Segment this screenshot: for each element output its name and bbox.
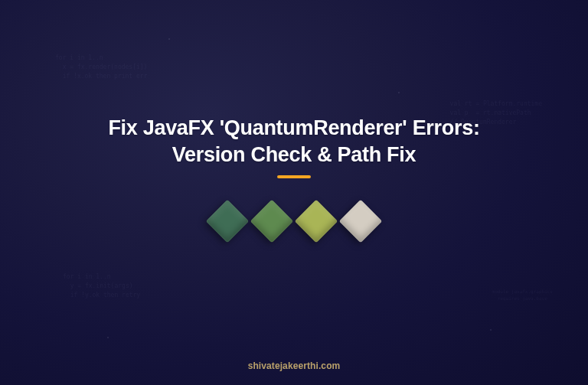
tile-2 bbox=[250, 200, 294, 243]
footer-domain: shivatejakeerthi.com bbox=[0, 361, 588, 371]
bg-code-4: module javafx.graphics requires java.bas… bbox=[492, 288, 553, 302]
speck bbox=[490, 329, 492, 331]
speck bbox=[107, 337, 109, 338]
tile-4 bbox=[339, 200, 383, 243]
bg-code-1: for i in 1..n x = fx.render(nodes[i]) if… bbox=[55, 54, 147, 81]
speck bbox=[168, 38, 170, 40]
hero: Fix JavaFX 'QuantumRenderer' Errors: Ver… bbox=[0, 115, 588, 237]
tile-row bbox=[212, 206, 376, 237]
speck bbox=[398, 92, 400, 93]
title-line-1: Fix JavaFX 'QuantumRenderer' Errors: bbox=[108, 116, 479, 139]
title-line-2: Version Check & Path Fix bbox=[172, 143, 416, 166]
title-underline bbox=[277, 175, 311, 178]
tile-3 bbox=[295, 200, 338, 243]
page-title: Fix JavaFX 'QuantumRenderer' Errors: Ver… bbox=[108, 115, 479, 168]
tile-1 bbox=[206, 200, 250, 243]
bg-code-3: for i in 1..n y = fx.init(args) if !y.ok… bbox=[63, 272, 140, 300]
